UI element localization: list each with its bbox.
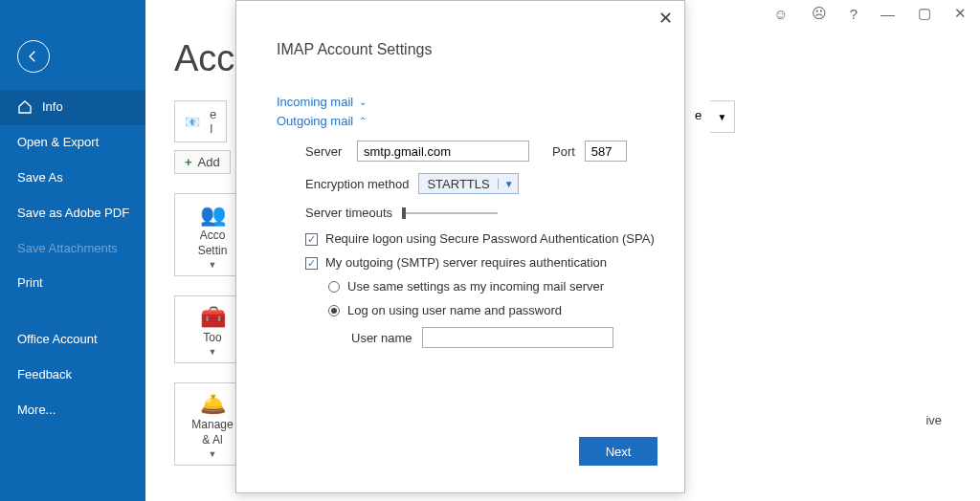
account-selector[interactable]: 📧 e I: [174, 100, 227, 142]
server-label: Server: [305, 144, 347, 159]
account-line1: e: [210, 107, 216, 121]
sidebar-item-save-adobe-pdf[interactable]: Save as Adobe PDF: [0, 196, 145, 231]
chevron-down-icon: ▼: [209, 260, 217, 272]
add-account-button[interactable]: + Add: [174, 150, 231, 174]
account-line2: I: [210, 121, 216, 136]
back-button[interactable]: [17, 40, 50, 73]
chevron-up-icon: ⌃: [359, 116, 367, 126]
username-label: User name: [351, 331, 412, 345]
tile-label: Manage & Al: [191, 418, 233, 447]
sidebar-item-label: Print: [17, 275, 43, 292]
slider-thumb-icon: [402, 207, 406, 219]
encryption-select[interactable]: STARTTLS ▼: [418, 173, 518, 194]
sidebar-item-label: Save Attachments: [17, 241, 118, 257]
account-settings-icon: 👥: [200, 202, 226, 229]
encryption-label: Encryption method: [305, 177, 409, 191]
encryption-value: STARTTLS: [427, 177, 489, 191]
tools-icon: 🧰: [200, 304, 226, 331]
add-account-label: Add: [198, 155, 220, 169]
chevron-down-icon: ▼: [498, 179, 514, 189]
smtp-auth-label: My outgoing (SMTP) server requires authe…: [325, 255, 607, 270]
mailbox-icon: 📧: [185, 115, 200, 129]
tile-label: Acco Settin: [198, 229, 228, 258]
port-input[interactable]: [585, 141, 627, 162]
spa-checkbox[interactable]: [305, 233, 318, 246]
sidebar-item-print[interactable]: Print: [0, 266, 145, 301]
sidebar-item-save-attachments: Save Attachments: [0, 231, 145, 267]
dialog-close-button[interactable]: ✕: [656, 9, 675, 28]
sidebar-item-feedback[interactable]: Feedback: [0, 358, 145, 393]
sidebar-item-label: Feedback: [17, 367, 72, 383]
partial-text: ive: [925, 413, 942, 427]
back-arrow-icon: [26, 49, 41, 64]
chevron-down-icon: ⌄: [359, 97, 367, 107]
hidden-text: e: [695, 108, 702, 122]
section-label: Incoming mail: [277, 95, 353, 109]
sidebar-item-open-export[interactable]: Open & Export: [0, 125, 145, 161]
account-dropdown-button[interactable]: ▼: [710, 100, 735, 133]
rules-icon: 🛎️: [200, 391, 226, 418]
section-outgoing-mail[interactable]: Outgoing mail ⌃: [277, 114, 367, 128]
close-icon: ✕: [658, 8, 673, 29]
next-button[interactable]: Next: [579, 437, 657, 466]
sidebar-item-label: Save As: [17, 170, 63, 186]
server-input[interactable]: [357, 141, 529, 162]
imap-settings-dialog: ✕ IMAP Account Settings Incoming mail ⌄ …: [235, 0, 685, 493]
server-timeouts-slider[interactable]: [402, 212, 498, 214]
sidebar-item-label: Office Account: [17, 332, 98, 348]
radio-same-settings[interactable]: [328, 281, 340, 293]
sidebar-item-save-as[interactable]: Save As: [0, 161, 145, 196]
section-label: Outgoing mail: [277, 114, 353, 128]
spa-label: Require logon using Secure Password Auth…: [325, 231, 655, 246]
sidebar-item-office-account[interactable]: Office Account: [0, 322, 145, 358]
tile-label: Too: [203, 331, 221, 346]
port-label: Port: [552, 144, 575, 159]
dialog-title: IMAP Account Settings: [277, 41, 656, 58]
chevron-down-icon: ▼: [209, 347, 217, 359]
username-input[interactable]: [422, 327, 613, 348]
sidebar-item-info[interactable]: Info: [0, 90, 145, 125]
radio-logon-userpass[interactable]: [328, 305, 340, 316]
section-incoming-mail[interactable]: Incoming mail ⌄: [277, 95, 367, 109]
server-timeouts-label: Server timeouts: [305, 206, 392, 220]
sidebar-item-label: Info: [42, 99, 63, 116]
sidebar-item-label: Save as Adobe PDF: [17, 206, 129, 222]
home-icon: [17, 99, 33, 115]
outgoing-mail-form: Server Port Encryption method STARTTLS ▼…: [305, 141, 656, 348]
chevron-down-icon: ▼: [718, 112, 727, 122]
backstage-sidebar: Info Open & Export Save As Save as Adobe…: [0, 0, 145, 501]
chevron-down-icon: ▼: [209, 449, 217, 461]
sidebar-item-more[interactable]: More...: [0, 393, 145, 428]
plus-icon: +: [185, 155, 192, 169]
sidebar-item-label: More...: [17, 403, 56, 419]
smtp-auth-checkbox[interactable]: [305, 257, 318, 270]
radio-same-label: Use same settings as my incoming mail se…: [347, 279, 604, 294]
sidebar-item-label: Open & Export: [17, 135, 99, 151]
radio-logon-label: Log on using user name and password: [347, 303, 562, 317]
